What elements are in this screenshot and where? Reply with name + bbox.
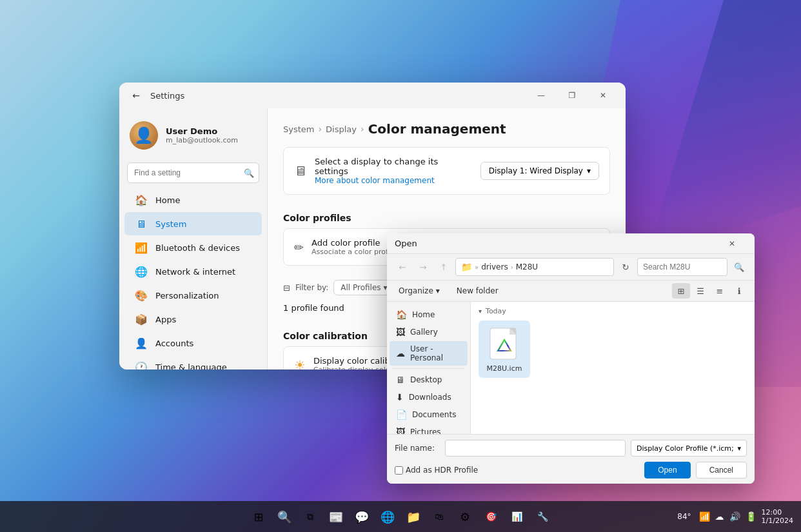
open-button[interactable]: Open bbox=[644, 462, 690, 478]
dialog-nav-desktop[interactable]: 🖥 Desktop bbox=[390, 371, 468, 388]
dialog-bottom: File name: Display Color Profile (*.icm;… bbox=[387, 434, 755, 484]
back-button[interactable]: ← bbox=[127, 86, 145, 104]
sidebar-item-accounts[interactable]: 👤 Accounts bbox=[124, 331, 262, 355]
taskbar-settings-button[interactable]: ⚙ bbox=[453, 505, 477, 528]
path-segment-m28u[interactable]: M28U bbox=[516, 262, 538, 271]
desktop-icon: 🖥 bbox=[396, 375, 405, 385]
documents-icon: 📄 bbox=[396, 409, 407, 420]
add-profile-icon: ✏️ bbox=[294, 241, 304, 254]
dialog-nav-gallery[interactable]: 🖼 Gallery bbox=[390, 324, 468, 340]
info-button[interactable]: ℹ bbox=[730, 283, 748, 299]
monitor-icon: 🖥 bbox=[294, 163, 307, 179]
chevron-down-icon: ▾ bbox=[737, 444, 741, 453]
sidebar-item-accounts-label: Accounts bbox=[155, 339, 193, 348]
taskbar-onedrive-icon[interactable]: ☁ bbox=[715, 511, 724, 522]
dialog-nav-downloads[interactable]: ⬇ Downloads bbox=[390, 389, 468, 406]
search-box: 🔍 bbox=[127, 163, 259, 183]
taskbar-app1[interactable]: 🎯 bbox=[479, 505, 502, 528]
taskbar-network-icon[interactable]: 📶 bbox=[699, 511, 710, 522]
path-segment-drivers[interactable]: drivers bbox=[481, 262, 508, 271]
user-name: User Demo bbox=[166, 126, 238, 136]
dialog-nav-downloads-label: Downloads bbox=[409, 393, 451, 402]
dialog-nav-gallery-label: Gallery bbox=[410, 328, 438, 337]
details-view-button[interactable]: ≡ bbox=[711, 283, 729, 299]
personalization-icon: 🎨 bbox=[135, 289, 148, 302]
sidebar-item-personalization[interactable]: 🎨 Personalization bbox=[124, 284, 262, 307]
large-icons-view-button[interactable]: ⊞ bbox=[672, 283, 690, 299]
taskbar-edge-button[interactable]: 🌐 bbox=[376, 505, 399, 528]
pictures-icon: 🖼 bbox=[396, 427, 405, 434]
taskbar-file-explorer-button[interactable]: 📁 bbox=[402, 505, 425, 528]
breadcrumb-system[interactable]: System bbox=[283, 124, 314, 134]
filename-input[interactable] bbox=[445, 440, 626, 457]
filetype-dropdown[interactable]: Display Color Profile (*.icm; *.ic ▾ bbox=[631, 440, 747, 457]
taskbar-chat-button[interactable]: 💬 bbox=[350, 505, 373, 528]
display-dropdown[interactable]: Display 1: Wired Display ▾ bbox=[480, 162, 599, 180]
dialog-title: Open bbox=[395, 239, 417, 248]
sidebar-item-time[interactable]: 🕐 Time & language bbox=[124, 355, 262, 369]
up-arrow[interactable]: ↑ bbox=[435, 259, 453, 275]
taskbar-search-button[interactable]: 🔍 bbox=[273, 505, 296, 528]
breadcrumb-current: Color management bbox=[368, 121, 506, 137]
breadcrumb-display[interactable]: Display bbox=[326, 124, 357, 134]
taskbar-start-button[interactable]: ⊞ bbox=[247, 505, 270, 528]
user-personal-icon: ☁ bbox=[396, 348, 405, 359]
cancel-button[interactable]: Cancel bbox=[696, 462, 747, 478]
today-chevron[interactable]: ▾ bbox=[479, 308, 482, 315]
taskbar-app3[interactable]: 🔧 bbox=[531, 505, 554, 528]
home-icon: 🏠 bbox=[135, 193, 148, 206]
window-controls: — ❐ ✕ bbox=[526, 86, 618, 105]
file-item-m28u[interactable]: M28U.icm bbox=[479, 320, 530, 378]
taskbar-volume-icon[interactable]: 🔊 bbox=[729, 511, 740, 522]
taskbar-widgets-button[interactable]: 📰 bbox=[324, 505, 348, 528]
taskbar-battery-icon[interactable]: 🔋 bbox=[746, 511, 756, 522]
taskbar-app2[interactable]: 📊 bbox=[505, 505, 528, 528]
filename-row: File name: Display Color Profile (*.icm;… bbox=[395, 440, 747, 457]
list-view-button[interactable]: ☰ bbox=[691, 283, 709, 299]
dialog-body: 🏠 Home 🖼 Gallery ☁ User - Personal 🖥 Des… bbox=[387, 302, 755, 434]
search-input[interactable] bbox=[127, 163, 259, 183]
taskbar-time: 12:001/1/2024 bbox=[762, 508, 793, 525]
downloads-icon: ⬇ bbox=[396, 392, 404, 402]
organize-button[interactable]: Organize ▾ bbox=[393, 284, 445, 297]
sidebar-item-apps[interactable]: 📦 Apps bbox=[124, 308, 262, 331]
home-icon: 🏠 bbox=[396, 310, 407, 320]
new-folder-button[interactable]: New folder bbox=[450, 284, 505, 297]
gallery-icon: 🖼 bbox=[396, 327, 405, 337]
dialog-nav-desktop-label: Desktop bbox=[410, 375, 442, 384]
taskbar: ⊞ 🔍 ⧉ 📰 💬 🌐 📁 🛍 ⚙ 🎯 📊 🔧 84° 📶 ☁ 🔊 🔋 12:0… bbox=[0, 501, 801, 532]
sidebar-item-network[interactable]: 🌐 Network & internet bbox=[124, 260, 262, 283]
sidebar-item-system-label: System bbox=[155, 219, 186, 229]
forward-arrow[interactable]: → bbox=[414, 259, 432, 275]
dialog-left-panel: 🏠 Home 🖼 Gallery ☁ User - Personal 🖥 Des… bbox=[387, 302, 471, 434]
hdr-checkbox-input[interactable] bbox=[395, 466, 403, 475]
back-arrow[interactable]: ← bbox=[393, 259, 411, 275]
sidebar-item-bluetooth[interactable]: 📶 Bluetooth & devices bbox=[124, 236, 262, 259]
minimize-button[interactable]: — bbox=[526, 86, 556, 105]
dialog-nav-home[interactable]: 🏠 Home bbox=[390, 306, 468, 323]
network-icon: 🌐 bbox=[135, 265, 148, 278]
sidebar-item-system[interactable]: 🖥 System bbox=[124, 212, 262, 235]
taskbar-store-button[interactable]: 🛍 bbox=[428, 505, 451, 528]
filter-label: Filter by: bbox=[295, 283, 328, 292]
maximize-button[interactable]: ❐ bbox=[557, 86, 587, 105]
dialog-nav-user-personal[interactable]: ☁ User - Personal bbox=[390, 341, 468, 366]
time-icon: 🕐 bbox=[135, 360, 148, 369]
display-select-title: Select a display to change its settings bbox=[315, 157, 473, 176]
search-go-button[interactable]: 🔍 bbox=[730, 259, 748, 275]
sidebar-item-home[interactable]: 🏠 Home bbox=[124, 188, 262, 212]
accounts-icon: 👤 bbox=[135, 337, 148, 350]
refresh-button[interactable]: ↻ bbox=[617, 259, 635, 275]
filter-select[interactable]: All Profiles ▾ bbox=[333, 280, 394, 295]
taskbar-task-view-button[interactable]: ⧉ bbox=[299, 505, 322, 528]
dialog-nav-pictures[interactable]: 🖼 Pictures bbox=[390, 424, 468, 434]
sidebar-item-network-label: Network & internet bbox=[155, 267, 235, 277]
dialog-nav-documents[interactable]: 📄 Documents bbox=[390, 406, 468, 423]
close-button[interactable]: ✕ bbox=[588, 86, 618, 105]
dialog-close-button[interactable]: ✕ bbox=[717, 234, 747, 253]
color-management-link[interactable]: More about color management bbox=[315, 176, 473, 185]
dialog-search-input[interactable] bbox=[637, 258, 727, 276]
action-row: Add as HDR Profile Open Cancel bbox=[395, 462, 747, 478]
hdr-checkbox-label[interactable]: Add as HDR Profile bbox=[395, 466, 478, 475]
folder-icon: 📁 bbox=[461, 262, 472, 272]
